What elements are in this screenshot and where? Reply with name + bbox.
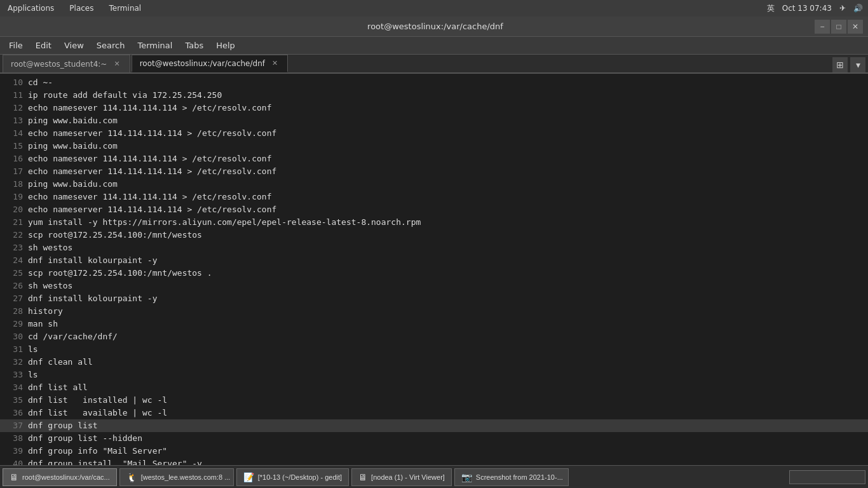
tab-close-dnf[interactable]: ✕ [270,58,280,68]
line-text: dnf list all [28,381,88,394]
line-text: echo nameserver 114.114.114.114 > /etc/r… [28,165,276,178]
system-bar: Applications Places Terminal 英 Oct 13 07… [0,0,868,17]
taskbar: 🖥root@westoslinux:/var/cac...🐧[westos_le… [0,465,868,488]
menu-view[interactable]: View [58,38,90,53]
term-line-25: 25scp root@172.25.254.100:/mnt/westos . [0,267,868,280]
line-text: echo nameserver 114.114.114.114 > /etc/r… [28,127,276,140]
line-text: scp root@172.25.254.100:/mnt/westos . [28,267,212,280]
menu-file[interactable]: File [3,38,29,53]
line-text: ping www.baidu.com [28,140,118,152]
taskbar-label-2: [*10-13 (~/Desktop) - gedit] [258,473,342,481]
term-line-40: 40dnf group install "Mail Server" -y [0,458,868,465]
tab-dnf[interactable]: root@westoslinux:/var/cache/dnf ✕ [132,55,288,72]
term-line-34: 34dnf list all [0,381,868,394]
line-number: 34 [3,381,28,394]
term-line-23: 23sh westos [0,241,868,254]
line-number: 14 [3,127,28,140]
line-text: dnf group list --hidden [28,432,142,445]
applications-menu[interactable]: Applications [5,3,57,14]
taskbar-icon-0: 🖥 [10,472,18,482]
taskbar-btn-0[interactable]: 🖥root@westoslinux:/var/cac... [3,468,117,486]
menu-terminal[interactable]: Terminal [131,38,179,53]
line-number: 39 [3,445,28,458]
term-line-38: 38dnf group list --hidden [0,432,868,445]
term-line-16: 16echo namesever 114.114.114.114 > /etc/… [0,152,868,165]
term-line-28: 28history [0,305,868,318]
tab-bar: root@westos_student4:~ ✕ root@westoslinu… [0,55,868,74]
line-text: ls [28,369,38,381]
line-text: dnf group list [28,419,98,432]
term-line-30: 30cd /var/cache/dnf/ [0,330,868,343]
places-menu[interactable]: Places [67,3,96,14]
line-number: 23 [3,241,28,254]
terminal-menu[interactable]: Terminal [106,3,144,14]
taskbar-label-3: [nodea (1) - Virt Viewer] [371,473,445,481]
tab-scroll-button[interactable]: ⊞ [832,57,848,72]
line-number: 37 [3,419,28,432]
line-number: 30 [3,330,28,343]
menu-edit[interactable]: Edit [29,38,58,53]
line-text: cd ~- [28,76,53,89]
taskbar-icon-4: 📷 [461,472,472,482]
line-text: dnf clean all [28,356,93,369]
terminal-window: root@westoslinux:/var/cache/dnf − □ ✕ Fi… [0,17,868,488]
term-line-20: 20echo nameserver 114.114.114.114 > /etc… [0,203,868,216]
line-text: ip route add default via 172.25.254.250 [28,89,222,102]
system-bar-right: 英 Oct 13 07:43 ✈ 🔊 [767,3,863,14]
term-line-15: 15ping www.baidu.com [0,140,868,152]
taskbar-label-0: root@westoslinux:/var/cac... [22,473,110,481]
line-text: ping www.baidu.com [28,114,118,127]
taskbar-label-1: [westos_lee.westos.com:8 ... [141,473,231,481]
line-text: dnf group install "Mail Server" -y [28,458,202,465]
line-text: echo namesever 114.114.114.114 > /etc/re… [28,152,272,165]
term-line-35: 35dnf list installed | wc -l [0,394,868,407]
line-text: ls [28,343,38,356]
maximize-button[interactable]: □ [831,20,846,34]
line-number: 21 [3,216,28,229]
taskbar-btn-3[interactable]: 🖥[nodea (1) - Virt Viewer] [351,468,452,486]
line-number: 17 [3,165,28,178]
tab-student4[interactable]: root@westos_student4:~ ✕ [3,55,130,72]
menu-bar: FileEditViewSearchTerminalTabsHelp [0,37,868,55]
datetime: Oct 13 07:43 [782,4,832,13]
taskbar-search-input[interactable] [789,470,865,484]
line-number: 12 [3,102,28,114]
line-text: man sh [28,318,58,330]
tab-label-active: root@westoslinux:/var/cache/dnf [140,59,265,68]
taskbar-btn-2[interactable]: 📝[*10-13 (~/Desktop) - gedit] [236,468,349,486]
line-number: 32 [3,356,28,369]
close-button[interactable]: ✕ [848,20,863,34]
menu-search[interactable]: Search [90,38,132,53]
system-bar-left: Applications Places Terminal [5,3,144,14]
line-number: 27 [3,292,28,305]
line-text: yum install -y https://mirrors.aliyun.co… [28,216,421,229]
tab-dropdown-button[interactable]: ▾ [850,57,865,72]
lang-indicator: 英 [767,3,775,14]
taskbar-btn-4[interactable]: 📷Screenshot from 2021-10-... [454,468,569,486]
tab-close-student4[interactable]: ✕ [112,59,121,69]
tab-bar-right: ⊞ ▾ [832,57,865,72]
term-line-18: 18ping www.baidu.com [0,178,868,191]
line-number: 10 [3,76,28,89]
line-number: 29 [3,318,28,330]
line-number: 11 [3,89,28,102]
line-text: scp root@172.25.254.100:/mnt/westos [28,229,202,241]
line-text: dnf install kolourpaint -y [28,254,158,267]
terminal-content[interactable]: 10cd ~-11ip route add default via 172.25… [0,74,868,465]
sound-icon: 🔊 [853,4,863,13]
line-text: echo namesever 114.114.114.114 > /etc/re… [28,102,272,114]
term-line-37: 37dnf group list [0,419,868,432]
minimize-button[interactable]: − [815,20,830,34]
term-line-19: 19echo namesever 114.114.114.114 > /etc/… [0,191,868,203]
menu-help[interactable]: Help [210,38,241,53]
taskbar-btn-1[interactable]: 🐧[westos_lee.westos.com:8 ... [119,468,234,486]
taskbar-label-4: Screenshot from 2021-10-... [476,473,563,481]
term-line-24: 24dnf install kolourpaint -y [0,254,868,267]
line-number: 31 [3,343,28,356]
line-number: 35 [3,394,28,407]
term-line-22: 22scp root@172.25.254.100:/mnt/westos [0,229,868,241]
line-text: dnf install kolourpaint -y [28,292,158,305]
menu-tabs[interactable]: Tabs [179,38,210,53]
line-text: dnf group info "Mail Server" [28,445,167,458]
line-text: echo nameserver 114.114.114.114 > /etc/r… [28,203,276,216]
